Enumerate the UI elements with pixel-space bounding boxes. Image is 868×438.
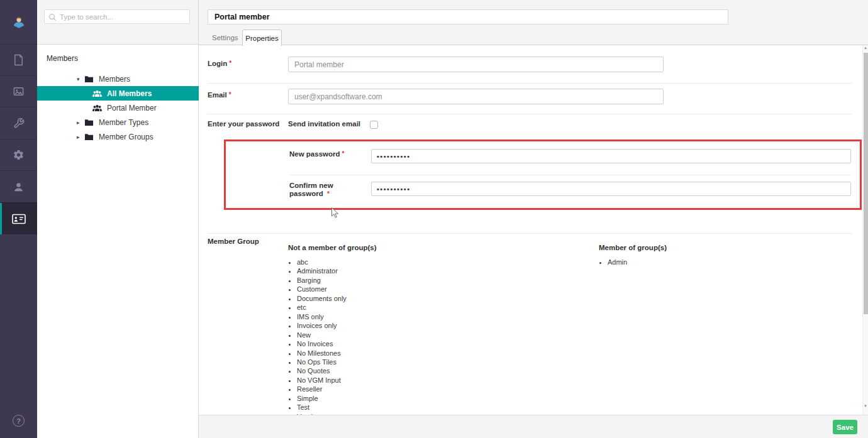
properties-tab-content: Login* Email* Enter your password Send i…	[199, 45, 862, 415]
row-divider	[208, 233, 852, 234]
confirm-password-label: Confirm new password *	[289, 182, 364, 198]
section-media[interactable]	[0, 75, 37, 107]
group-item[interactable]: Reseller	[297, 385, 347, 393]
search-icon	[48, 13, 57, 21]
email-input[interactable]	[288, 89, 664, 104]
member-group-label: Member Group	[208, 238, 259, 245]
group-item[interactable]: No VGM Input	[297, 376, 347, 385]
group-item[interactable]: Admin	[608, 258, 627, 266]
email-label: Email*	[208, 91, 231, 99]
help-button[interactable]: ?	[13, 415, 25, 427]
mouse-cursor	[331, 207, 340, 219]
tree-search-area	[37, 0, 198, 45]
group-item[interactable]: Test	[297, 403, 347, 412]
caret-right-icon[interactable]: ▸	[77, 134, 84, 140]
new-password-label: New password*	[289, 150, 344, 158]
editor-footer: Save	[199, 415, 868, 438]
folder-icon	[84, 119, 94, 126]
tab-settings[interactable]: Settings	[212, 30, 238, 45]
row-divider	[208, 114, 852, 114]
tree-node-portal-member[interactable]: Portal Member	[37, 101, 199, 115]
not-member-header: Not a member of group(s)	[288, 244, 377, 251]
member-card-icon	[12, 214, 26, 224]
selected-groups-list: Admin	[599, 258, 627, 266]
confirm-password-input[interactable]	[371, 182, 851, 196]
login-input[interactable]	[288, 57, 664, 72]
editor-header: Settings Properties	[199, 0, 868, 45]
new-password-input[interactable]	[371, 149, 851, 163]
section-users[interactable]	[0, 170, 37, 202]
user-icon	[13, 181, 25, 193]
folder-icon	[84, 133, 94, 141]
section-settings[interactable]	[0, 139, 37, 170]
tree-node-member-types[interactable]: ▸ Member Types	[37, 116, 199, 129]
gear-icon	[13, 149, 25, 161]
login-label: Login*	[208, 60, 231, 67]
user-avatar[interactable]	[0, 0, 37, 44]
tab-properties[interactable]: Properties	[242, 30, 282, 46]
members-group-icon	[92, 90, 102, 97]
group-item[interactable]: Simple	[297, 394, 347, 403]
group-item[interactable]: New	[297, 331, 347, 339]
tree-panel: Members ▾ Members All Members Portal Mem…	[37, 0, 199, 438]
group-item[interactable]: etc	[297, 303, 347, 312]
tree-section-title: Members	[47, 54, 78, 63]
available-groups-list: abc Administrator Barging Customer Docum…	[288, 258, 347, 415]
avatar-icon	[11, 14, 27, 30]
member-name-input[interactable]	[208, 9, 728, 25]
tree-node-member-groups[interactable]: ▸ Member Groups	[37, 130, 199, 144]
folder-icon	[84, 75, 94, 83]
send-invitation-label: Send invitation email	[288, 120, 360, 128]
section-content[interactable]	[0, 44, 37, 75]
app-rail: ?	[0, 0, 37, 438]
group-item[interactable]: Administrator	[297, 266, 347, 275]
group-item[interactable]: No Invoices	[297, 339, 347, 348]
group-item[interactable]: No Milestones	[297, 349, 347, 358]
tree-node-members[interactable]: ▾ Members	[37, 72, 199, 86]
required-asterisk: *	[327, 190, 330, 197]
send-invitation-checkbox[interactable]	[370, 121, 378, 129]
required-asterisk: *	[342, 150, 345, 157]
scroll-up-icon[interactable]: ▲	[863, 46, 868, 50]
group-item[interactable]: No Ops Tiles	[297, 358, 347, 366]
content-scrollbar[interactable]: ▲ ▼	[862, 45, 868, 415]
tree-node-all-members[interactable]: All Members	[37, 86, 199, 101]
umbraco-backoffice: ? Members ▾ Members All Mem	[0, 0, 868, 438]
caret-down-icon[interactable]: ▾	[77, 76, 84, 82]
help-icon: ?	[16, 417, 21, 425]
required-asterisk: *	[229, 91, 231, 98]
group-item[interactable]: No Quotes	[297, 366, 347, 375]
search-input[interactable]	[60, 10, 189, 23]
save-button[interactable]: Save	[833, 420, 857, 434]
wrench-icon	[13, 118, 25, 129]
group-item[interactable]: IMS only	[297, 312, 347, 321]
row-divider	[208, 83, 852, 84]
member-of-header: Member of group(s)	[599, 244, 667, 251]
caret-right-icon[interactable]: ▸	[77, 119, 84, 126]
section-members[interactable]	[0, 202, 37, 234]
required-asterisk: *	[229, 60, 231, 67]
document-icon	[13, 54, 25, 66]
scroll-down-icon[interactable]: ▼	[863, 404, 868, 408]
row-divider	[289, 175, 851, 175]
members-group-icon	[92, 104, 102, 111]
password-section-label: Enter your password	[208, 120, 279, 128]
search-box[interactable]	[44, 9, 190, 24]
media-icon	[13, 85, 25, 97]
scrollbar-thumb[interactable]	[864, 53, 868, 314]
group-item[interactable]: Invoices only	[297, 321, 347, 330]
section-developer[interactable]	[0, 107, 37, 139]
group-item[interactable]: Customer	[297, 285, 347, 293]
group-item[interactable]: Documents only	[297, 294, 347, 303]
group-item[interactable]: Barging	[297, 276, 347, 285]
group-item[interactable]: abc	[297, 258, 347, 266]
